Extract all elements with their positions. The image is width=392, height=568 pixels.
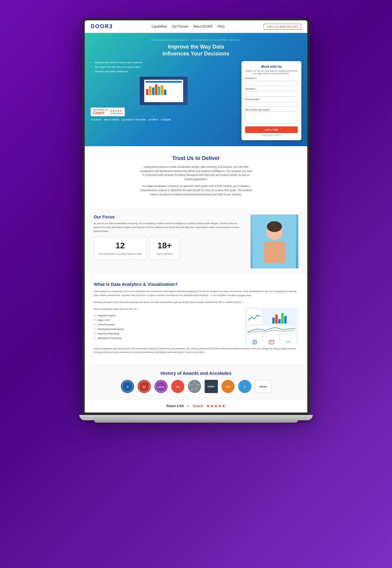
svg-text:★: ★ (126, 386, 129, 388)
rated-section: Rated 4.9/5 on Clutch ★★★★★ (85, 399, 307, 413)
stat-box-1: 12 Data Visualization Consulting Project… (94, 237, 147, 260)
rated-platform: Clutch (193, 404, 203, 408)
hero-section: DATA VISUALIZATION AGENCY & DASHBOARD DE… (85, 33, 307, 146)
trust-para1: Uniting best practices of data visualiza… (139, 165, 253, 181)
trust-section: Trust Us to Deliver Uniting best practic… (85, 146, 307, 209)
dash-row-top (247, 310, 296, 325)
analytics-para3: Data visualization typically requires th… (94, 347, 298, 355)
bullet-3: ✓ Discover actionable intelligence (91, 70, 237, 73)
focus-title: Our Focus (94, 214, 244, 219)
analytics-right (244, 307, 298, 343)
hero-left: ✓ Integrate with platforms across your b… (91, 61, 237, 121)
rated-stars: ★★★★★ (206, 404, 226, 408)
award-badge-gdusa: GDUSA (255, 380, 271, 393)
dash-widget-1 (247, 310, 262, 325)
svg-text:★★: ★★ (176, 386, 180, 388)
client-olympus: OLYMPUS (148, 119, 158, 121)
laptop-foot (94, 420, 298, 423)
check-icon-a4: ✓ (94, 332, 96, 335)
nav-our-process[interactable]: Our Process (172, 25, 189, 28)
analytics-bullet-4: ✓ Real-time Reporting (94, 332, 238, 335)
trust-para2: As a data visualization company, we appr… (139, 184, 253, 197)
nav-capabilities[interactable]: Capabilities (152, 25, 167, 28)
stat-label-1: Data Visualization Consulting Projects i… (99, 253, 142, 255)
first-name-label: First Name * (245, 77, 298, 79)
nav-links: Capabilities Our Process About DOOR3 FAQ… (152, 25, 225, 28)
form-title: Work with Us (245, 65, 298, 68)
analytics-bullet-0: ✓ Insightful Graphs (94, 314, 238, 317)
award-badge-6: HOBEY (205, 380, 218, 393)
award-badge-1: ★ (121, 380, 134, 393)
analytics-left: Data visualization might take the form o… (94, 307, 238, 341)
clutch-stars-wrapper: ★★★★★ 70 REVIEWS (110, 109, 122, 114)
phone-input[interactable] (245, 102, 298, 107)
last-name-input[interactable] (245, 91, 298, 96)
analytics-section: What is Data Analytics & Visualisation? … (85, 274, 307, 365)
award-badge-7: TOP (221, 380, 235, 393)
form-subtitle: Together we can turn your data into insi… (245, 70, 298, 75)
project-label: Tell Us About Your Project (245, 109, 298, 111)
rated-text: Rated 4.9/5 (166, 404, 184, 408)
client-clinique: CLINIQUE (161, 119, 171, 121)
nav-about[interactable]: About DOOR3 (193, 25, 212, 28)
analytics-bullet-5: ✓ Signaling & Monitoring (94, 336, 238, 339)
phone-label: Phone Number * (245, 98, 298, 100)
lets-talk-button[interactable]: Let's Talk (245, 126, 298, 133)
check-icon-3: ✓ (91, 70, 93, 73)
svg-marker-19 (189, 381, 200, 391)
analytics-bullets: ✓ Insightful Graphs ✓ Maps / GIS ✓ Trend… (94, 314, 238, 339)
client-freshdirect: freshdirect (91, 119, 101, 121)
first-name-input[interactable] (245, 81, 298, 86)
person-image (250, 214, 298, 268)
svg-text:INC: INC (142, 386, 146, 388)
hero-title: Improve the Way Data Influences Your Dec… (91, 43, 301, 58)
contact-form: Work with Us Together we can turn your d… (241, 61, 301, 140)
stat-number-2: 18+ (155, 241, 174, 250)
call-us-button[interactable]: Call us at: (646) 351-0012 (264, 24, 301, 30)
trust-title: Trust Us to Deliver (97, 155, 295, 161)
laptop-screen: DOOR3 Capabilities Our Process About DOO… (82, 18, 310, 415)
focus-section: Our Focus As part of our data visualizat… (85, 209, 307, 274)
analytics-bullet-2: ✓ Trend Discovery (94, 323, 238, 326)
rated-on: on (187, 404, 190, 407)
award-badge-8: A (238, 380, 251, 393)
focus-left: Our Focus As part of our data visualizat… (94, 214, 244, 259)
award-badge-2: INC (138, 380, 151, 393)
check-icon-2: ✓ (91, 66, 93, 69)
svg-rect-8 (269, 340, 274, 344)
screen-bars (145, 84, 182, 96)
laptop-base (79, 415, 313, 420)
bullet-1: ✓ Integrate with platforms across your b… (91, 61, 237, 64)
form-footer-text: What happens next? ℹ (245, 134, 298, 137)
nav-faqs[interactable]: FAQs (217, 25, 225, 28)
analytics-bullet-3: ✓ Dashboard Development (94, 327, 238, 330)
check-icon-a3: ✓ (94, 327, 96, 330)
client-wells: WELLS FARGO (104, 119, 119, 121)
awards-section: History of Awards and Accolades ★ INC AW… (85, 365, 307, 399)
stat-number-1: 12 (99, 241, 142, 250)
svg-text:AWARD: AWARD (157, 386, 164, 388)
stats-row: 12 Data Visualization Consulting Project… (94, 237, 244, 260)
project-textarea[interactable] (245, 111, 298, 123)
hero-title-line2: Influences Your Decisions (162, 51, 229, 57)
laptop-screen-mock (144, 80, 183, 102)
awards-row: ★ INC AWARD ★★ HOBEY TOP (94, 380, 298, 393)
svg-point-4 (267, 221, 282, 232)
stat-label-2: Years in Business (156, 253, 173, 255)
award-badge-3: AWARD (154, 380, 168, 393)
award-badge-5 (188, 380, 201, 393)
check-icon-a0: ✓ (94, 314, 96, 317)
focus-right (250, 214, 298, 268)
last-name-label: Last Name * (245, 88, 298, 90)
svg-text:TOP: TOP (226, 386, 230, 388)
analytics-bullet-1: ✓ Maps / GIS (94, 318, 238, 321)
dash-line-chart (247, 326, 296, 333)
hero-dashboard-image (140, 77, 188, 105)
logo: DOOR3 (91, 23, 113, 30)
laptop-wrapper: DOOR3 Capabilities Our Process About DOO… (82, 18, 310, 423)
check-icon-a2: ✓ (94, 323, 96, 326)
stat-box-2: 18+ Years in Business (150, 237, 180, 260)
award-badge-4: ★★ (171, 380, 184, 393)
check-icon-1: ✓ (91, 61, 93, 64)
hero-content: ✓ Integrate with platforms across your b… (91, 61, 301, 140)
